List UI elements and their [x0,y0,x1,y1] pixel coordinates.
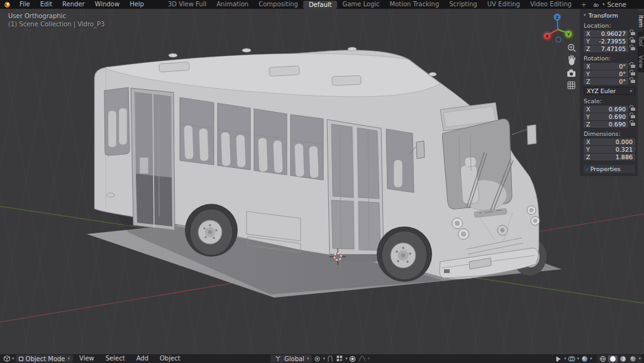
expand-arrow-icon: › [586,165,588,174]
menu-help[interactable]: Help [125,0,149,9]
svg-text:X: X [545,34,548,39]
lock-icon[interactable] [631,47,635,50]
chevron-down-icon: ▾ [307,354,309,363]
dimension-y-field[interactable]: Y0.321 [584,146,635,153]
menu-render[interactable]: Render [57,0,90,9]
lock-icon[interactable] [631,108,635,111]
viewport-zoom-button[interactable] [569,45,576,52]
snap-caret-icon[interactable]: ▾ [345,354,348,363]
orientation-dropdown[interactable]: Global ▾ [270,355,312,362]
rotation-x-field[interactable]: X0° [584,63,628,70]
gizmo-caret-icon[interactable]: ▾ [564,354,567,363]
show-gizmo-icon[interactable] [555,355,563,363]
shading-mode-group: ▾ [597,355,642,363]
sidebar-tab-item[interactable]: Item [638,11,644,31]
viewport-pan-hand-icon[interactable] [569,56,575,65]
tab-3d-view-full[interactable]: 3D View Full [163,0,211,9]
transform-panel-header[interactable]: ▾ Transform [584,11,635,20]
bus-rear-door [131,88,175,230]
scale-x-field[interactable]: X0.690 [584,106,628,113]
location-y-field[interactable]: Y-2.73955 [584,38,628,45]
location-label: Location: [584,22,635,29]
pivot-caret-icon[interactable]: ▾ [323,354,325,363]
bus-windshield [443,119,514,211]
chevron-down-icon: ▾ [68,354,70,363]
overlays-caret-icon[interactable]: ▾ [577,354,579,363]
sidebar-tab-view[interactable]: View [638,51,644,72]
properties-panel-header[interactable]: › Properties [584,165,635,173]
lock-icon[interactable] [631,123,635,126]
shading-caret-icon[interactable]: ▾ [638,354,641,363]
collapse-arrow-icon: ▾ [584,11,586,20]
bus-rear-window [104,87,130,155]
lock-icon[interactable] [631,115,635,118]
menu-select[interactable]: Select [101,354,130,363]
menu-window[interactable]: Window [90,0,125,9]
workspace-tabs: 3D View Full Animation Compositing Defau… [163,0,591,9]
dimension-z-field[interactable]: Z1.886 [584,154,635,160]
tab-compositing[interactable]: Compositing [253,0,303,9]
tab-default[interactable]: Default [303,1,338,9]
snap-element-icon[interactable] [336,355,344,363]
shading-material-button[interactable] [618,355,628,362]
dimensions-label: Dimensions: [584,130,635,137]
menu-view[interactable]: View [74,354,99,363]
show-overlays-icon[interactable] [567,355,575,363]
proportional-editing-icon[interactable] [348,355,357,363]
tab-motion-tracking[interactable]: Motion Tracking [385,0,445,9]
menu-add[interactable]: Add [131,354,153,363]
blender-logo-icon[interactable] [3,1,11,8]
rotation-y-field[interactable]: Y0° [584,70,628,77]
tab-animation[interactable]: Animation [211,0,253,9]
tab-uv-editing[interactable]: UV Editing [482,0,525,9]
chevron-down-icon: ▾ [630,87,632,96]
rotation-label: Rotation: [584,55,635,62]
scale-z-field[interactable]: Z0.690 [584,121,628,128]
viewport-camera-button[interactable] [567,70,575,77]
svg-text:Y: Y [567,32,570,37]
orientation-global-icon [274,355,282,363]
menu-edit[interactable]: Edit [35,0,57,9]
bus-front-wheel [377,226,432,282]
snap-magnet-icon[interactable] [326,355,335,363]
menu-file[interactable]: File [14,0,35,9]
falloff-curve-icon[interactable] [358,355,366,363]
editor-type-icon[interactable] [3,355,11,363]
shading-wireframe-button[interactable] [598,355,608,362]
location-z-field[interactable]: Z7.47105 [584,45,628,52]
navigation-gizmo[interactable]: Z X Y [543,14,573,43]
falloff-caret-icon[interactable]: ▾ [367,354,370,363]
shading-solid-button[interactable] [608,355,618,362]
scale-y-field[interactable]: Y0.690 [584,113,628,120]
add-workspace-button[interactable]: + [577,1,591,8]
transform-sidebar: ▾ Transform Location: X0.96027 Y-2.73955… [580,9,638,176]
lock-icon[interactable] [631,32,635,35]
viewport-ortho-grid-button[interactable] [568,82,575,89]
scene-name[interactable]: Scene [608,1,627,8]
lock-icon[interactable] [631,40,635,43]
blender-window: File Edit Render Window Help 3D View Ful… [0,0,644,363]
rotation-mode-dropdown[interactable]: XYZ Euler ▾ [584,87,635,95]
bus-driver-side-window [386,129,414,193]
dimension-x-field[interactable]: X0.000 [584,138,635,145]
lock-icon[interactable] [631,80,635,83]
editor-type-caret-icon[interactable]: ▾ [12,354,14,363]
tab-video-editing[interactable]: Video Editing [525,0,577,9]
tab-game-logic[interactable]: Game Logic [337,0,384,9]
mode-dropdown[interactable]: Object Mode ▾ [16,355,74,362]
lock-icon[interactable] [631,65,635,68]
sidebar-tab-tool[interactable]: Tool [638,31,644,51]
tab-scripting[interactable]: Scripting [444,0,482,9]
menu-object[interactable]: Object [155,354,186,363]
xray-toggle-icon[interactable] [580,355,589,363]
bus-front-door [327,120,384,262]
shading-rendered-button[interactable] [628,355,638,362]
lock-icon[interactable] [631,72,635,75]
rotation-z-field[interactable]: Z0° [584,78,628,85]
viewport-3d[interactable]: Z X Y [0,9,644,354]
location-x-field[interactable]: X0.96027 [584,30,628,37]
scene-icon[interactable] [592,1,600,9]
pivot-point-icon[interactable] [313,355,321,363]
xray-caret-icon[interactable]: ▾ [590,354,592,363]
scene-dropdown-caret-icon[interactable]: ▾ [602,0,605,9]
